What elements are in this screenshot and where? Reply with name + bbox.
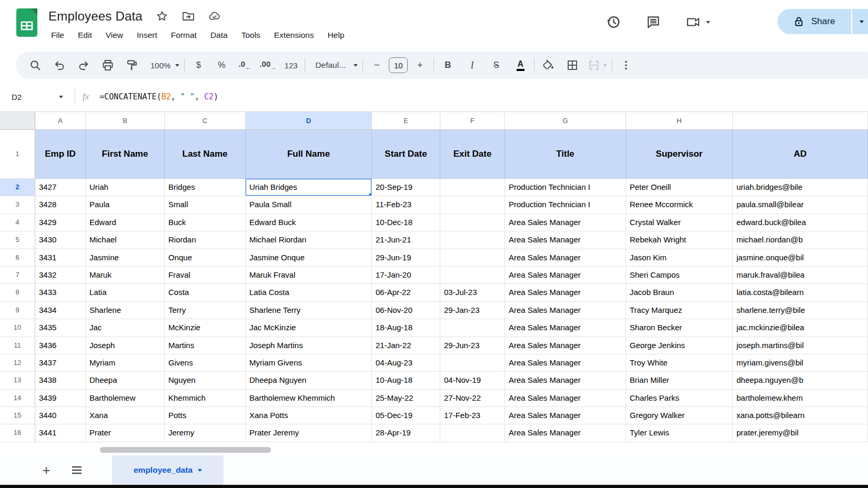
cell-B11[interactable]: Joseph — [86, 337, 165, 354]
cell-F7[interactable] — [440, 267, 505, 284]
cell-E12[interactable]: 04-Aug-23 — [372, 354, 440, 372]
cell-B6[interactable]: Jasmine — [86, 249, 165, 267]
cell-I11[interactable]: joseph.martins@bil — [733, 337, 868, 354]
horizontal-scrollbar[interactable] — [100, 447, 271, 453]
select-all-corner[interactable] — [0, 112, 35, 130]
cell-B8[interactable]: Latia — [86, 284, 165, 301]
search-menus-button[interactable] — [26, 56, 44, 75]
meet-dropdown-caret-icon[interactable] — [706, 21, 710, 24]
cell-E13[interactable]: 10-Aug-18 — [372, 372, 440, 389]
cell-H7[interactable]: Sheri Campos — [626, 267, 733, 284]
cell-C11[interactable]: Martins — [165, 337, 246, 354]
cell-D1[interactable]: Full Name — [246, 130, 372, 179]
cell-C12[interactable]: Givens — [165, 354, 246, 372]
cell-E14[interactable]: 25-May-22 — [372, 390, 440, 407]
cell-I3[interactable]: paula.small@bilear — [733, 196, 868, 214]
cell-G7[interactable]: Area Sales Manager — [505, 267, 626, 284]
print-button[interactable] — [99, 56, 117, 75]
cell-H16[interactable]: Tyler Lewis — [626, 424, 733, 442]
cell-C8[interactable]: Costa — [165, 284, 246, 301]
column-header-E[interactable]: E — [372, 112, 440, 130]
cell-G1[interactable]: Title — [505, 130, 626, 179]
cell-E10[interactable]: 18-Aug-18 — [372, 319, 440, 337]
cell-E4[interactable]: 10-Dec-18 — [372, 214, 440, 231]
row-header-5[interactable]: 5 — [0, 231, 35, 249]
cell-I5[interactable]: michael.riordan@b — [733, 231, 868, 249]
cell-D9[interactable]: Sharlene Terry — [246, 302, 372, 319]
undo-button[interactable] — [51, 56, 68, 75]
sheet-tab-caret-icon[interactable] — [198, 469, 202, 472]
row-header-3[interactable]: 3 — [0, 196, 35, 214]
cell-F12[interactable] — [440, 354, 505, 372]
strikethrough-button[interactable]: S — [487, 56, 505, 75]
format-percent-button[interactable]: % — [213, 56, 230, 75]
menu-edit[interactable]: Edit — [71, 28, 99, 42]
cell-E7[interactable]: 17-Jan-20 — [372, 267, 440, 284]
move-folder-icon[interactable] — [181, 9, 195, 23]
cell-E3[interactable]: 11-Feb-23 — [372, 196, 440, 214]
meet-camera-icon[interactable] — [685, 14, 702, 30]
all-sheets-menu-button[interactable] — [66, 460, 87, 481]
cell-C6[interactable]: Onque — [165, 249, 246, 267]
cell-F6[interactable] — [440, 249, 505, 267]
cell-H6[interactable]: Jason Kim — [626, 249, 733, 267]
cell-G3[interactable]: Production Technician I — [505, 196, 626, 214]
cell-I16[interactable]: prater.jeremy@bil — [733, 424, 868, 442]
cell-A1[interactable]: Emp ID — [35, 130, 86, 179]
cell-H11[interactable]: George Jenkins — [626, 337, 733, 354]
cell-F3[interactable] — [440, 196, 505, 214]
cell-A3[interactable]: 3428 — [35, 196, 86, 214]
cell-G4[interactable]: Area Sales Manager — [505, 214, 626, 231]
row-header-15[interactable]: 15 — [0, 407, 35, 424]
cell-C4[interactable]: Buck — [165, 214, 246, 231]
menu-extensions[interactable]: Extensions — [267, 28, 321, 42]
formula-input[interactable]: =CONCATENATE(B2, " ", C2) — [99, 92, 218, 101]
cell-F13[interactable]: 04-Nov-19 — [440, 372, 505, 389]
cell-G14[interactable]: Area Sales Manager — [505, 390, 626, 407]
cell-G16[interactable]: Area Sales Manager — [505, 424, 626, 442]
menu-format[interactable]: Format — [164, 28, 204, 42]
cell-C16[interactable]: Jeremy — [165, 424, 246, 442]
cell-G13[interactable]: Area Sales Manager — [505, 372, 626, 389]
fill-color-button[interactable] — [539, 56, 557, 75]
column-header-G[interactable]: G — [505, 112, 626, 130]
menu-tools[interactable]: Tools — [235, 28, 267, 42]
cell-E15[interactable]: 05-Dec-19 — [372, 407, 440, 424]
cell-E11[interactable]: 21-Jan-22 — [372, 337, 440, 354]
more-formats-button[interactable]: 123 — [282, 56, 300, 75]
cell-F15[interactable]: 17-Feb-23 — [440, 407, 505, 424]
sheet-tab-employee-data[interactable]: employee_data — [112, 455, 224, 485]
cell-H14[interactable]: Charles Parks — [626, 390, 733, 407]
cell-F11[interactable]: 29-Jun-23 — [440, 337, 505, 354]
cell-I15[interactable]: xana.potts@bilearn — [733, 407, 868, 424]
cell-G10[interactable]: Area Sales Manager — [505, 319, 626, 337]
comments-icon[interactable] — [645, 14, 662, 30]
cell-F2[interactable] — [440, 179, 505, 196]
cell-E8[interactable]: 06-Apr-22 — [372, 284, 440, 301]
cell-B4[interactable]: Edward — [86, 214, 165, 231]
cell-G2[interactable]: Production Technician I — [505, 179, 626, 196]
menu-help[interactable]: Help — [321, 28, 351, 42]
increase-font-size-button[interactable]: + — [411, 56, 429, 75]
cell-H15[interactable]: Gregory Walker — [626, 407, 733, 424]
cell-C15[interactable]: Potts — [165, 407, 246, 424]
borders-button[interactable] — [563, 56, 581, 75]
cell-H12[interactable]: Troy White — [626, 354, 733, 372]
cell-A8[interactable]: 3433 — [35, 284, 86, 301]
cell-D4[interactable]: Edward Buck — [246, 214, 372, 231]
cell-F10[interactable] — [440, 319, 505, 337]
cell-A13[interactable]: 3438 — [35, 372, 86, 389]
cell-H10[interactable]: Sharon Becker — [626, 319, 733, 337]
cell-C9[interactable]: Terry — [165, 302, 246, 319]
cell-I4[interactable]: edward.buck@bilea — [733, 214, 868, 231]
cell-A2[interactable]: 3427 — [35, 179, 86, 196]
add-sheet-button[interactable]: + — [36, 460, 57, 481]
cloud-saved-icon[interactable] — [208, 9, 221, 23]
document-title[interactable]: Employees Data — [48, 9, 143, 24]
menu-view[interactable]: View — [99, 28, 130, 42]
bold-button[interactable]: B — [439, 56, 457, 75]
cell-I14[interactable]: bartholemew.khem — [733, 390, 868, 407]
row-header-11[interactable]: 11 — [0, 337, 35, 354]
cell-A12[interactable]: 3437 — [35, 354, 86, 372]
cell-H8[interactable]: Jacob Braun — [626, 284, 733, 301]
